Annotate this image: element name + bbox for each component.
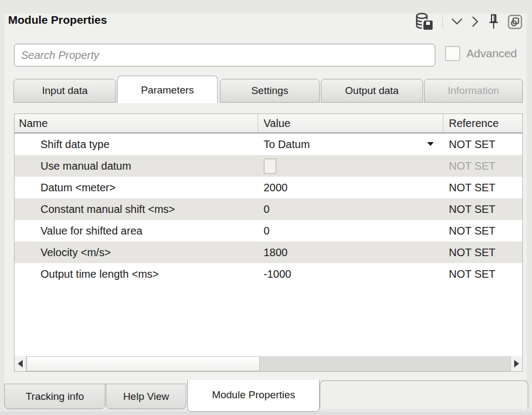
toolbar-separator xyxy=(442,15,443,29)
param-value[interactable]: -1000 xyxy=(258,263,443,285)
pin-icon[interactable] xyxy=(487,14,500,30)
scroll-left-button[interactable] xyxy=(15,356,26,371)
param-reference: NOT SET xyxy=(443,268,522,280)
table-row-velocity[interactable]: Velocity <m/s> 1800 NOT SET xyxy=(15,242,522,263)
bottom-tab-tracking-info[interactable]: Tracking info xyxy=(4,384,105,409)
param-reference: NOT SET xyxy=(443,246,522,259)
bottom-tabbar-base xyxy=(320,380,528,409)
param-reference: NOT SET xyxy=(443,203,522,216)
bottom-tab-module-properties[interactable]: Module Properties xyxy=(187,380,320,412)
module-properties-panel: Module Properties xyxy=(4,14,527,409)
param-reference: NOT SET xyxy=(443,138,522,151)
parameters-table: Name Value Reference Shift data type To … xyxy=(14,113,523,372)
value-text: -1000 xyxy=(264,268,291,280)
hscrollbar-thumb[interactable] xyxy=(26,356,260,371)
param-reference: NOT SET xyxy=(443,160,522,172)
table-row-shift-data-type[interactable]: Shift data type To Datum NOT SET xyxy=(15,133,522,155)
scroll-left-arrow-icon xyxy=(18,360,23,367)
param-name: Use manual datum xyxy=(15,160,258,172)
search-input[interactable] xyxy=(14,44,435,66)
param-name: Constant manual shift <ms> xyxy=(15,203,258,216)
advanced-toggle: Advanced xyxy=(445,46,517,61)
tab-parameters[interactable]: Parameters xyxy=(117,76,218,103)
param-reference: NOT SET xyxy=(443,225,522,237)
tab-information[interactable]: Information xyxy=(424,79,523,103)
horizontal-scrollbar xyxy=(15,356,522,371)
advanced-checkbox[interactable] xyxy=(445,46,460,61)
window-bottom-edge xyxy=(0,412,532,415)
scroll-right-arrow-icon xyxy=(514,360,519,367)
table-row-use-manual-datum[interactable]: Use manual datum NOT SET xyxy=(15,155,522,177)
value-text: 1800 xyxy=(264,246,288,259)
chevron-right-icon[interactable] xyxy=(471,15,480,28)
dropdown-arrow-icon[interactable] xyxy=(427,142,434,146)
value-text: 2000 xyxy=(264,182,288,194)
table-body: Shift data type To Datum NOT SET Use man… xyxy=(15,133,522,356)
database-save-icon[interactable] xyxy=(415,12,435,31)
param-name: Value for shifted area xyxy=(15,225,258,237)
column-header-name[interactable]: Name xyxy=(15,114,258,132)
table-header: Name Value Reference xyxy=(15,114,522,133)
param-value[interactable]: 0 xyxy=(258,220,443,242)
param-value[interactable]: 1800 xyxy=(258,242,443,263)
param-value[interactable]: 0 xyxy=(258,198,443,220)
column-header-reference[interactable]: Reference xyxy=(443,114,522,132)
hscrollbar-track[interactable] xyxy=(26,356,510,371)
scroll-right-button[interactable] xyxy=(510,356,522,371)
column-header-value[interactable]: Value xyxy=(258,114,443,132)
dropdown-selected-value: To Datum xyxy=(264,138,310,151)
float-window-icon[interactable] xyxy=(508,15,522,29)
use-manual-datum-checkbox[interactable] xyxy=(264,158,277,174)
param-name: Output time length <ms> xyxy=(15,268,258,280)
table-row-datum[interactable]: Datum <meter> 2000 NOT SET xyxy=(15,177,522,198)
value-text: 0 xyxy=(264,225,270,237)
table-row-value-for-shifted-area[interactable]: Value for shifted area 0 NOT SET xyxy=(15,220,522,242)
chevron-down-icon[interactable] xyxy=(450,17,463,26)
param-reference: NOT SET xyxy=(443,182,522,194)
table-row-output-time-length[interactable]: Output time length <ms> -1000 NOT SET xyxy=(15,263,522,285)
bottom-tab-help-view[interactable]: Help View xyxy=(106,384,186,409)
table-row-constant-manual-shift[interactable]: Constant manual shift <ms> 0 NOT SET xyxy=(15,198,522,220)
tab-input-data[interactable]: Input data xyxy=(14,79,116,103)
param-name: Shift data type xyxy=(15,138,258,151)
param-value-checkbox-cell xyxy=(258,155,443,177)
param-name: Datum <meter> xyxy=(15,182,258,194)
page-title: Module Properties xyxy=(8,14,107,26)
advanced-label: Advanced xyxy=(467,47,517,60)
tab-output-data[interactable]: Output data xyxy=(321,79,423,103)
param-name: Velocity <m/s> xyxy=(15,246,258,259)
value-text: 0 xyxy=(264,203,270,216)
panel-toolbar xyxy=(415,10,522,33)
param-value-dropdown[interactable]: To Datum xyxy=(258,133,443,155)
tab-settings[interactable]: Settings xyxy=(220,79,320,103)
param-value[interactable]: 2000 xyxy=(258,177,443,198)
